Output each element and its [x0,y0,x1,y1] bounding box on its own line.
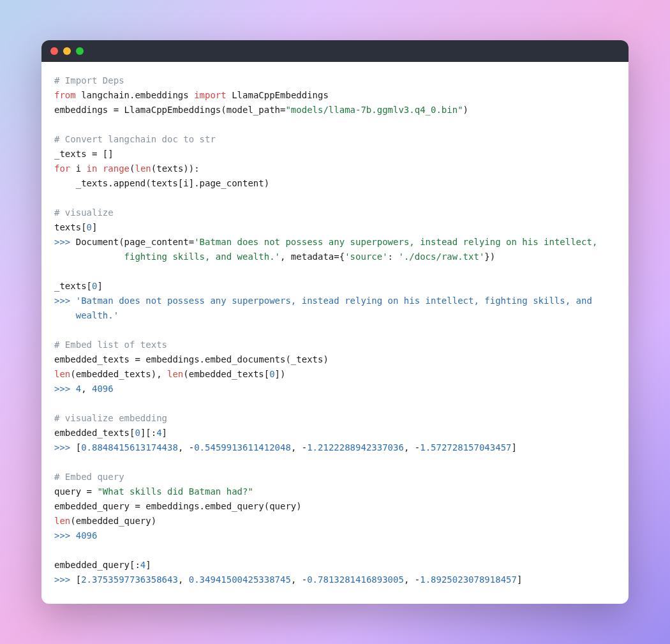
code-text: embedded_query = embeddings.embed_query(… [54,501,302,511]
number: 0 [269,369,274,379]
code-text: embedded_query[: [54,560,140,570]
code-text: [ [76,574,81,585]
code-text: ] [92,222,97,232]
code-text [97,163,102,174]
code-text: , [81,384,92,394]
code-text: _texts = [] [54,149,114,159]
close-icon[interactable] [50,47,58,55]
string: 'source' [345,251,387,262]
string: 'Batman does not possess any superpowers… [194,237,597,247]
number: 4 [76,384,81,394]
keyword-for: for [54,163,70,174]
repl-prompt: >>> [54,237,76,247]
code-text: , [178,574,189,585]
builtin-len: len [135,163,151,174]
code-text: }) [484,251,495,262]
string: "What skills did Batman had?" [97,486,253,497]
number: 0.34941500425338745 [189,574,291,585]
repl-prompt: >>> [54,530,76,541]
class-name: LlamaCppEmbeddings [227,90,329,100]
number: 4096 [92,384,114,394]
code-text: query = [54,486,97,497]
code-text: - [415,442,420,453]
code-text: ][: [140,428,156,438]
repl-prompt: >>> [54,296,76,306]
code-text: ]) [275,369,286,379]
keyword-import: import [194,90,227,100]
comment: # Import Deps [54,75,124,86]
builtin-range: range [103,163,130,174]
number: 1.8925023078918457 [420,574,517,585]
keyword-from: from [54,90,76,100]
code-text: , [178,442,189,453]
comment: # Convert langchain doc to str [54,134,216,144]
code-text: (embedded_query) [70,516,156,526]
repl-prompt: >>> [54,384,76,394]
code-text: - [189,442,194,453]
code-text: Document(page_content= [76,237,194,247]
code-text: ] [517,574,522,585]
code-text: _texts.append(texts[i].page_content) [76,178,269,188]
number: 4096 [76,530,98,541]
code-text: embedded_texts = embeddings.embed_docume… [54,354,329,364]
code-text: - [415,574,420,585]
indent [54,178,76,188]
number: 4 [156,428,161,438]
repl-prompt: >>> [54,574,76,585]
code-text: , [291,574,302,585]
builtin-len: len [167,369,183,379]
output-string: 'Batman does not possess any superpowers… [76,296,592,306]
code-text: , [404,442,415,453]
builtin-len: len [54,516,70,526]
number: 0.7813281416893005 [307,574,404,585]
comment: # visualize embedding [54,413,167,423]
indent [54,310,76,320]
repl-prompt: >>> [54,442,76,453]
code-text: , [404,574,415,585]
number: 0.5459913611412048 [194,442,291,453]
titlebar [41,40,629,62]
number: 0 [135,428,140,438]
number: 1.572728157043457 [420,442,511,453]
number: 0.8848415613174438 [81,442,178,453]
code-text: (embedded_texts[ [183,369,269,379]
code-text: , metadata={ [280,251,345,262]
code-text: (texts)): [151,163,200,174]
code-text: , [291,442,302,453]
code-text: _texts[ [54,281,92,291]
zoom-icon[interactable] [76,47,84,55]
code-window: # Import Deps from langchain.embeddings … [41,40,629,604]
code-text: - [302,442,307,453]
code-text: : [388,251,399,262]
code-content: # Import Deps from langchain.embeddings … [41,62,629,604]
string: "models/llama-7b.ggmlv3.q4_0.bin" [285,105,463,115]
code-text: - [302,574,307,585]
code-text: embedded_texts[ [54,428,135,438]
code-text: embeddings = LlamaCppEmbeddings(model_pa… [54,105,285,115]
number: 2.3753597736358643 [81,574,178,585]
comment: # Embed list of texts [54,340,167,350]
code-text: [ [76,442,81,453]
keyword-in: in [87,163,98,174]
minimize-icon[interactable] [63,47,71,55]
comment: # visualize [54,207,114,218]
string: fighting skills, and wealth.' [124,251,280,262]
number: 1.2122288942337036 [307,442,404,453]
code-text: ] [145,560,151,570]
code-text: texts[ [54,222,87,232]
indent [54,251,124,262]
module: langchain.embeddings [76,90,194,100]
code-text: ] [512,442,517,453]
code-text: ) [463,105,468,115]
builtin-len: len [54,369,70,379]
code-text: ] [97,281,102,291]
number: 0 [87,222,92,232]
comment: # Embed query [54,472,124,482]
code-text: i [70,163,86,174]
string: './docs/raw.txt' [398,251,484,262]
code-text: (embedded_texts), [70,369,167,379]
output-string: wealth.' [76,310,119,320]
code-text: ] [162,428,167,438]
